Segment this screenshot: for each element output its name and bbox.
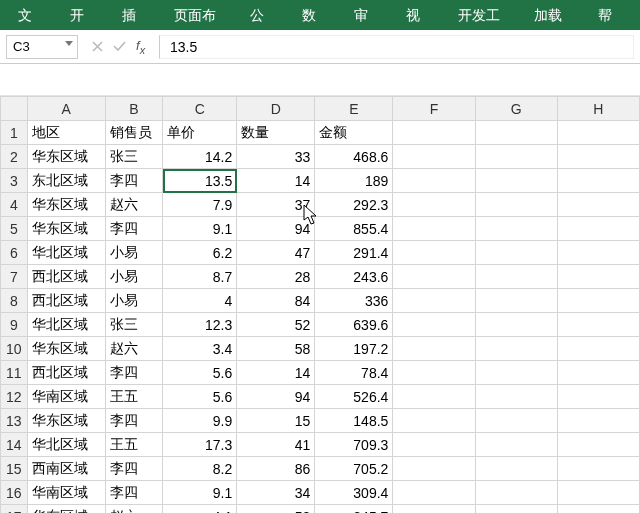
cell[interactable]: 8.2 (163, 457, 237, 481)
cell[interactable] (393, 289, 475, 313)
cell[interactable] (557, 313, 639, 337)
cell[interactable] (557, 241, 639, 265)
col-header-A[interactable]: A (27, 97, 105, 121)
cell[interactable] (475, 121, 557, 145)
cell[interactable] (557, 169, 639, 193)
cell[interactable]: 14 (237, 169, 315, 193)
cell[interactable]: 小易 (105, 289, 163, 313)
cell[interactable]: 197.2 (315, 337, 393, 361)
cell[interactable]: 小易 (105, 265, 163, 289)
tab-review[interactable]: 审阅 (340, 0, 392, 30)
formula-input[interactable]: 13.5 (159, 35, 634, 59)
cell[interactable]: 华东区域 (27, 217, 105, 241)
cell[interactable] (557, 481, 639, 505)
cell[interactable] (475, 457, 557, 481)
cell[interactable] (557, 217, 639, 241)
tab-pagelayout[interactable]: 页面布局 (160, 0, 236, 30)
row-header[interactable]: 14 (1, 433, 28, 457)
cell[interactable]: 47 (237, 241, 315, 265)
cell[interactable]: 华东区域 (27, 505, 105, 514)
row-header[interactable]: 15 (1, 457, 28, 481)
cell[interactable]: 李四 (105, 409, 163, 433)
row-header[interactable]: 9 (1, 313, 28, 337)
col-header-F[interactable]: F (393, 97, 475, 121)
cell[interactable]: 9.1 (163, 217, 237, 241)
cell[interactable]: 6.2 (163, 241, 237, 265)
cancel-icon[interactable] (92, 41, 103, 52)
cell[interactable]: 8.7 (163, 265, 237, 289)
cell[interactable]: 张三 (105, 313, 163, 337)
row-header[interactable]: 13 (1, 409, 28, 433)
col-header-G[interactable]: G (475, 97, 557, 121)
cell[interactable]: 94 (237, 385, 315, 409)
cell[interactable] (393, 337, 475, 361)
cell[interactable] (475, 361, 557, 385)
cell[interactable]: 赵六 (105, 337, 163, 361)
cell[interactable] (393, 121, 475, 145)
cell[interactable]: 华北区域 (27, 433, 105, 457)
cell[interactable] (557, 121, 639, 145)
cell[interactable]: 3.4 (163, 337, 237, 361)
cell[interactable]: 468.6 (315, 145, 393, 169)
cell[interactable] (393, 313, 475, 337)
tab-developer[interactable]: 开发工具 (444, 0, 520, 30)
cell[interactable]: 4.1 (163, 505, 237, 514)
cell[interactable]: 9.9 (163, 409, 237, 433)
cell[interactable] (393, 145, 475, 169)
row-header[interactable]: 7 (1, 265, 28, 289)
cell[interactable] (557, 265, 639, 289)
cell[interactable] (557, 337, 639, 361)
cell[interactable]: 37 (237, 193, 315, 217)
cell[interactable]: 王五 (105, 385, 163, 409)
name-box[interactable]: C3 (6, 35, 78, 59)
cell[interactable] (475, 193, 557, 217)
cell[interactable]: 华北区域 (27, 241, 105, 265)
cell[interactable] (475, 289, 557, 313)
cell[interactable]: 销售员 (105, 121, 163, 145)
tab-view[interactable]: 视图 (392, 0, 444, 30)
cell[interactable] (393, 265, 475, 289)
col-header-D[interactable]: D (237, 97, 315, 121)
cell[interactable] (475, 145, 557, 169)
cell[interactable]: 李四 (105, 169, 163, 193)
cell[interactable] (557, 433, 639, 457)
tab-data[interactable]: 数据 (288, 0, 340, 30)
cell[interactable]: 245.7 (315, 505, 393, 514)
cell[interactable] (393, 433, 475, 457)
cell[interactable] (393, 505, 475, 514)
cell[interactable] (475, 337, 557, 361)
cell[interactable]: 78.4 (315, 361, 393, 385)
cell[interactable] (393, 385, 475, 409)
cell[interactable]: 地区 (27, 121, 105, 145)
row-header[interactable]: 11 (1, 361, 28, 385)
cell[interactable]: 189 (315, 169, 393, 193)
cell[interactable] (393, 409, 475, 433)
tab-formulas[interactable]: 公式 (236, 0, 288, 30)
cell[interactable] (557, 289, 639, 313)
cell[interactable]: 赵六 (105, 193, 163, 217)
cell[interactable]: 4 (163, 289, 237, 313)
cell[interactable]: 15 (237, 409, 315, 433)
cell[interactable]: 12.3 (163, 313, 237, 337)
row-header[interactable]: 5 (1, 217, 28, 241)
cell[interactable]: 17.3 (163, 433, 237, 457)
fx-icon[interactable]: fx (136, 38, 145, 56)
cell[interactable]: 526.4 (315, 385, 393, 409)
cell[interactable]: 华东区域 (27, 409, 105, 433)
cell[interactable]: 东北区域 (27, 169, 105, 193)
cell[interactable] (393, 457, 475, 481)
row-header[interactable]: 8 (1, 289, 28, 313)
col-header-C[interactable]: C (163, 97, 237, 121)
cell[interactable]: 李四 (105, 481, 163, 505)
cell[interactable]: 639.6 (315, 313, 393, 337)
cell[interactable] (557, 361, 639, 385)
row-header[interactable]: 17 (1, 505, 28, 514)
cell[interactable]: 5.6 (163, 361, 237, 385)
cell[interactable] (475, 481, 557, 505)
cell[interactable] (475, 265, 557, 289)
col-header-B[interactable]: B (105, 97, 163, 121)
cell[interactable] (557, 505, 639, 514)
row-header[interactable]: 6 (1, 241, 28, 265)
cell[interactable]: 41 (237, 433, 315, 457)
cell[interactable] (475, 217, 557, 241)
